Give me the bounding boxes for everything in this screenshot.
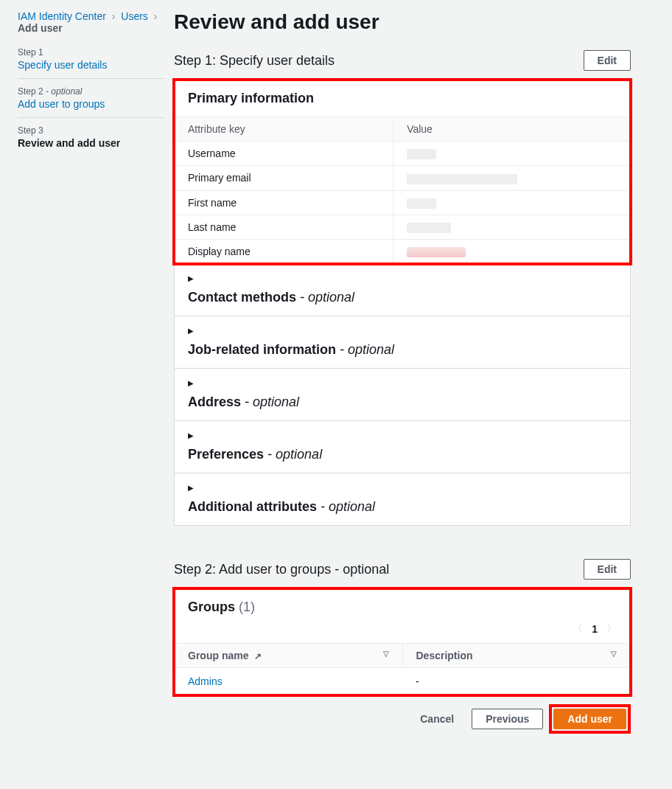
step2-header: Step 2: Add user to groups - optional Ed… — [174, 559, 631, 580]
attr-value — [393, 166, 630, 190]
col-description[interactable]: Description ▽ — [402, 644, 630, 668]
table-row: Primary email — [175, 166, 630, 190]
edit-step1-button[interactable]: Edit — [584, 50, 631, 71]
table-row: Username — [175, 142, 630, 166]
breadcrumb-current: Add user — [18, 22, 63, 34]
attr-key: First name — [175, 190, 393, 215]
caret-right-icon: ▶ — [188, 274, 617, 282]
sort-icon: ▽ — [611, 650, 617, 658]
edit-step2-button[interactable]: Edit — [584, 559, 631, 580]
attr-value — [393, 142, 630, 166]
primary-info-title: Primary information — [188, 91, 314, 105]
groups-panel: Groups (1) 〈 1 〉 Group name ↗ ▽ — [174, 588, 631, 695]
attr-key: Last name — [175, 215, 393, 239]
caret-right-icon: ▶ — [188, 379, 617, 387]
breadcrumb-link-root[interactable]: IAM Identity Center — [18, 10, 106, 22]
pager-prev-icon[interactable]: 〈 — [573, 622, 583, 636]
attr-key: Username — [175, 142, 393, 166]
chevron-right-icon: › — [109, 10, 119, 22]
pager: 〈 1 〉 — [175, 618, 630, 643]
attr-value — [393, 215, 630, 239]
chevron-right-icon: › — [151, 10, 161, 22]
caret-right-icon: ▶ — [188, 327, 617, 335]
caret-right-icon: ▶ — [188, 431, 617, 439]
caret-right-icon: ▶ — [188, 484, 617, 492]
nav-step-title: Review and add user — [18, 137, 120, 149]
nav-step-number: Step 3 — [18, 125, 165, 136]
contact-methods-panel[interactable]: ▶ Contact methods - optional — [174, 263, 631, 316]
nav-step-link[interactable]: Add user to groups — [18, 98, 105, 110]
nav-step-number: Step 1 — [18, 47, 165, 58]
breadcrumb-link-users[interactable]: Users — [121, 10, 148, 22]
col-attribute-key: Attribute key — [175, 117, 393, 142]
col-group-name[interactable]: Group name ↗ ▽ — [175, 644, 402, 668]
panel-title: Preferences - optional — [188, 447, 322, 462]
attr-key: Primary email — [175, 166, 393, 190]
panel-title: Address - optional — [188, 394, 299, 409]
page-title: Review and add user — [174, 10, 631, 34]
nav-step-1: Step 1 Specify user details — [18, 47, 165, 78]
attr-value — [393, 240, 630, 264]
external-link-icon: ↗ — [254, 651, 262, 661]
address-panel[interactable]: ▶ Address - optional — [174, 368, 631, 421]
preferences-panel[interactable]: ▶ Preferences - optional — [174, 420, 631, 473]
add-user-highlight: Add user — [549, 704, 631, 734]
cancel-button[interactable]: Cancel — [408, 709, 466, 729]
nav-step-number: Step 2 - optional — [18, 86, 165, 97]
attr-value — [393, 190, 630, 215]
table-row: Display name — [175, 240, 630, 264]
table-row: First name — [175, 190, 630, 215]
attr-key: Display name — [175, 240, 393, 264]
breadcrumb: IAM Identity Center › Users › Add user — [18, 10, 165, 34]
job-related-panel[interactable]: ▶ Job-related information - optional — [174, 316, 631, 369]
additional-attributes-panel[interactable]: ▶ Additional attributes - optional — [174, 473, 631, 526]
groups-table: Group name ↗ ▽ Description ▽ Admins - — [175, 643, 630, 695]
primary-info-table: Attribute key Value Username Primary ema… — [175, 117, 630, 263]
group-desc: - — [402, 668, 630, 695]
primary-information-panel: Primary information Attribute key Value … — [174, 80, 631, 264]
col-value: Value — [393, 117, 630, 142]
nav-step-2: Step 2 - optional Add user to groups — [18, 78, 165, 117]
step1-panels: Primary information Attribute key Value … — [174, 80, 631, 526]
group-link[interactable]: Admins — [188, 675, 223, 687]
panel-title: Job-related information - optional — [188, 342, 394, 357]
step-nav: Step 1 Specify user details Step 2 - opt… — [18, 47, 165, 156]
sort-icon: ▽ — [383, 650, 389, 658]
table-row: Last name — [175, 215, 630, 239]
step1-header: Step 1: Specify user details Edit — [174, 50, 631, 71]
panel-title: Additional attributes - optional — [188, 499, 375, 514]
panel-title: Contact methods - optional — [188, 290, 354, 305]
step2-label: Step 2: Add user to groups - optional — [174, 562, 389, 577]
nav-step-link[interactable]: Specify user details — [18, 59, 107, 71]
step1-label: Step 1: Specify user details — [174, 53, 335, 69]
add-user-button[interactable]: Add user — [553, 709, 626, 729]
footer-actions: Cancel Previous Add user — [174, 704, 631, 734]
nav-step-3: Step 3 Review and add user — [18, 117, 165, 156]
groups-title: Groups (1) — [188, 599, 255, 615]
pager-page-number: 1 — [592, 623, 598, 635]
previous-button[interactable]: Previous — [472, 709, 543, 729]
table-row: Admins - — [175, 668, 630, 695]
pager-next-icon[interactable]: 〉 — [606, 622, 617, 636]
